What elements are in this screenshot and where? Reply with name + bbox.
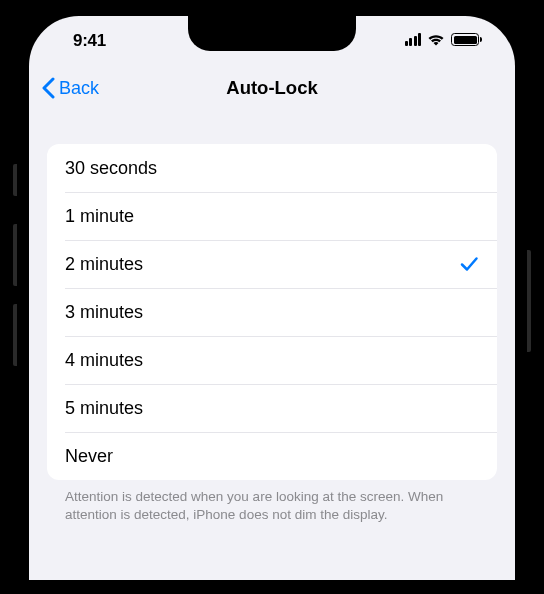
device-frame: 9:41 Back Auto-Lock 30 seconds 1 minut (15, 2, 529, 594)
volume-down-button (13, 304, 17, 366)
option-never[interactable]: Never (47, 432, 497, 480)
cellular-signal-icon (405, 33, 422, 46)
option-label: 5 minutes (65, 398, 143, 419)
option-label: Never (65, 446, 113, 467)
option-4-minutes[interactable]: 4 minutes (47, 336, 497, 384)
option-1-minute[interactable]: 1 minute (47, 192, 497, 240)
notch (188, 16, 356, 51)
volume-up-button (13, 224, 17, 286)
status-time: 9:41 (59, 31, 106, 51)
option-30-seconds[interactable]: 30 seconds (47, 144, 497, 192)
page-title: Auto-Lock (29, 77, 515, 99)
checkmark-icon (459, 254, 479, 274)
option-5-minutes[interactable]: 5 minutes (47, 384, 497, 432)
ringer-switch (13, 164, 17, 196)
navigation-bar: Back Auto-Lock (29, 64, 515, 112)
option-2-minutes[interactable]: 2 minutes (47, 240, 497, 288)
autolock-options-list: 30 seconds 1 minute 2 minutes 3 minutes … (47, 144, 497, 480)
option-3-minutes[interactable]: 3 minutes (47, 288, 497, 336)
option-label: 1 minute (65, 206, 134, 227)
option-label: 4 minutes (65, 350, 143, 371)
back-button[interactable]: Back (41, 77, 99, 99)
wifi-icon (427, 33, 445, 46)
status-indicators (405, 31, 486, 46)
option-label: 3 minutes (65, 302, 143, 323)
screen: 9:41 Back Auto-Lock 30 seconds 1 minut (29, 16, 515, 580)
option-label: 2 minutes (65, 254, 143, 275)
option-label: 30 seconds (65, 158, 157, 179)
battery-icon (451, 33, 479, 46)
footer-explanation: Attention is detected when you are looki… (47, 480, 497, 524)
chevron-left-icon (41, 77, 55, 99)
back-label: Back (59, 78, 99, 99)
power-button (527, 250, 531, 352)
